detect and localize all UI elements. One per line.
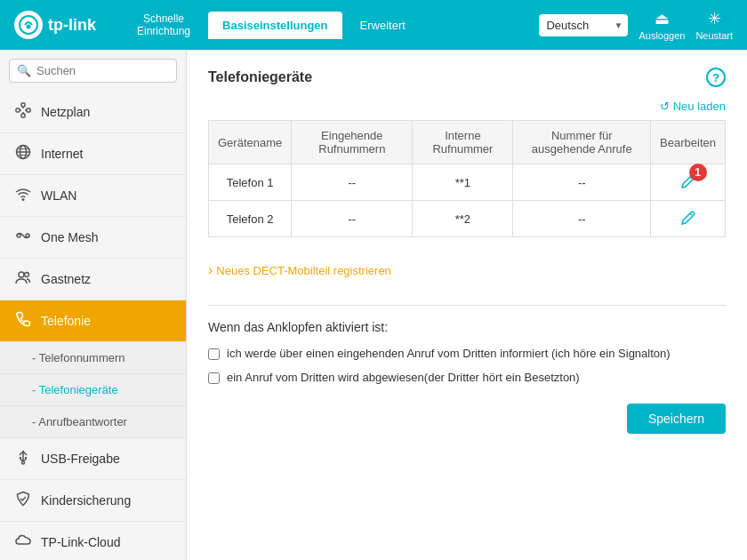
devices-table: Gerätename Eingehende Rufnummern Interne… [208,120,726,237]
cell-outgoing-1: -- [513,164,651,201]
col-ausgehende: Nummer für ausgehende Anrufe [513,121,651,164]
svg-point-19 [25,273,29,277]
cell-incoming-1: -- [292,164,413,201]
tab-basiseinstellungen[interactable]: Basiseinstellungen [208,12,341,39]
svg-line-24 [690,213,692,215]
tab-erweitert[interactable]: Erweitert [346,12,420,39]
sidebar-item-label: USB-Freigabe [41,452,120,466]
svg-point-18 [19,272,24,277]
sidebar-item-onemesh[interactable]: One Mesh [0,217,186,259]
wlan-icon [14,186,32,205]
col-bearbeiten: Bearbeiten [651,121,726,164]
header: tp-link Schnelle Einrichtung Basiseinste… [0,0,747,50]
language-select[interactable]: Deutsch English Français [539,14,628,36]
restart-button[interactable]: ✳ Neustart [695,9,733,41]
anklopfen-title: Wenn das Anklopfen aktiviert ist: [208,320,726,334]
cell-name-1: Telefon 1 [209,164,292,201]
sidebar-subitem-telefonnummern[interactable]: - Telefonnummern [0,342,186,374]
search-box[interactable]: 🔍 [9,59,177,83]
sidebar-item-wlan[interactable]: WLAN [0,175,186,217]
sidebar-item-label: Internet [41,147,83,161]
svg-rect-5 [21,114,25,117]
logo-icon [14,11,43,39]
nav-tabs: Schnelle Einrichtung Basiseinstellungen … [123,5,539,44]
checkbox-label-2: ein Anruf vom Dritten wird abgewiesen(de… [227,371,580,384]
dect-register-link[interactable]: Neues DECT-Mobilteil registrieren [208,262,391,278]
layout: 🔍 Netzplan [0,50,747,560]
table-row: Telefon 1 -- **1 -- 1 [209,164,726,201]
reload-button[interactable]: ↺ Neu laden [660,100,726,113]
reload-icon: ↺ [660,100,670,113]
reload-label: Neu laden [673,100,726,113]
cell-name-2: Telefon 2 [209,201,292,237]
sidebar-submenu-telefonie: - Telefonnummern - Telefoniegeräte - Anr… [0,342,186,438]
netzplan-icon [14,102,32,122]
cell-outgoing-2: -- [513,201,651,237]
cloud-icon [14,532,32,552]
checkbox-1[interactable] [208,348,220,360]
checkbox-label-1: ich werde über einen eingehenden Anruf v… [227,347,671,360]
restart-icon: ✳ [708,9,721,28]
usb-icon [14,449,32,468]
sidebar-item-label: Kindersicherung [41,493,131,508]
svg-point-16 [17,234,20,237]
sidebar-item-kindersicherung[interactable]: Kindersicherung [0,480,186,522]
language-selector-wrapper[interactable]: Deutsch English Français [539,14,628,36]
checkbox-2[interactable] [208,372,220,384]
logout-icon: ⏏ [655,9,670,28]
svg-point-17 [26,234,29,237]
sidebar-subitem-telefoniegeraete[interactable]: - Telefoniegeräte [0,374,186,406]
sidebar: 🔍 Netzplan [0,50,187,560]
sidebar-item-gastnetz[interactable]: Gastnetz [0,259,186,300]
section-title: Telefoniegeräte [208,69,312,85]
col-eingehende: Eingehende Rufnummern [292,121,413,164]
save-button[interactable]: Speichern [627,404,726,434]
sidebar-item-label: WLAN [41,188,76,203]
badge-1: 1 [689,164,707,181]
telefonie-icon [14,311,32,331]
checkbox-row-2: ein Anruf vom Dritten wird abgewiesen(de… [208,371,726,384]
svg-point-15 [22,198,25,201]
logout-label: Ausloggen [639,30,685,41]
sidebar-item-label: Netzplan [41,105,90,119]
sidebar-item-label: One Mesh [41,230,99,244]
sidebar-item-label: Telefonie [41,314,91,328]
col-interne: Interne Rufnummer [413,121,513,164]
svg-rect-3 [21,103,25,107]
divider [208,305,726,306]
svg-rect-2 [16,108,20,112]
search-input[interactable] [36,64,169,77]
table-row: Telefon 2 -- **2 -- [209,201,726,237]
dect-section: Neues DECT-Mobilteil registrieren [208,250,726,291]
restart-label: Neustart [695,30,733,41]
sidebar-item-netzplan[interactable]: Netzplan [0,92,186,133]
logout-button[interactable]: ⏏ Ausloggen [639,9,685,41]
svg-rect-20 [20,457,21,459]
cell-internal-1: **1 [413,164,513,201]
sidebar-subitem-anrufbeantworter[interactable]: - Anrufbeantworter [0,406,186,438]
reload-area: ↺ Neu laden [208,100,726,120]
main-content: Telefoniegeräte ? ↺ Neu laden Gerätename… [187,50,747,560]
internet-icon [14,144,32,164]
cell-edit-1: 1 [651,164,726,201]
sidebar-item-tplink-cloud[interactable]: TP-Link-Cloud [0,522,186,560]
section-header: Telefoniegeräte ? [208,68,726,87]
sidebar-item-usb-freigabe[interactable]: USB-Freigabe [0,438,186,480]
edit-button-2[interactable] [680,209,696,228]
save-area: Speichern [208,395,726,434]
checkbox-row-1: ich werde über einen eingehenden Anruf v… [208,347,726,360]
sidebar-item-internet[interactable]: Internet [0,133,186,175]
svg-point-1 [27,25,31,29]
help-icon[interactable]: ? [706,68,726,87]
search-icon: 🔍 [17,64,31,77]
logo-text: tp-link [48,16,96,35]
svg-rect-4 [27,108,30,112]
sidebar-item-label: Gastnetz [41,272,91,286]
tab-schnelle-einrichtung[interactable]: Schnelle Einrichtung [123,5,205,44]
sidebar-item-telefonie[interactable]: Telefonie [0,300,186,342]
kindersicherung-icon [14,491,32,510]
edit-button-1[interactable]: 1 [680,172,696,192]
cell-internal-2: **2 [413,201,513,237]
cell-edit-2 [651,201,726,237]
gastnetz-icon [14,269,32,289]
